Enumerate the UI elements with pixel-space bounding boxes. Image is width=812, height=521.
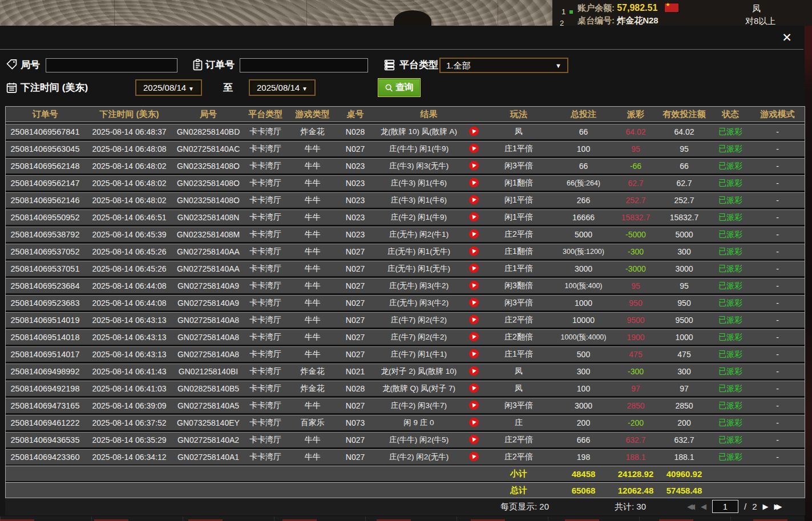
next-page-icon[interactable]: ▶ — [763, 502, 769, 511]
cell-mode: - — [750, 333, 805, 342]
play-replay-icon[interactable] — [468, 348, 479, 358]
cell-total-bet: 66 — [554, 127, 613, 136]
cell-status: 已派彩 — [710, 383, 750, 394]
cell-bet-type: 闲3翻倍 — [484, 281, 554, 291]
cell-platform: 卡卡湾厅 — [243, 127, 288, 137]
total-pages-label: 2 — [752, 502, 757, 511]
play-replay-icon[interactable] — [468, 228, 479, 239]
cell-result: 龙(散牌 Q) 凤(对子 7) — [374, 383, 464, 394]
cell-play — [464, 212, 484, 223]
cell-payout: -200 — [613, 418, 658, 427]
cell-platform: 卡卡湾厅 — [243, 452, 288, 462]
table-row: 2508140695387922025-08-14 06:45:39GN0232… — [6, 227, 805, 242]
cell-status: 已派彩 — [710, 264, 750, 274]
cell-game: 牛牛 — [288, 161, 337, 171]
table-row: 2508140695140192025-08-14 06:43:13GN0272… — [6, 312, 805, 328]
order-number-input[interactable] — [240, 58, 368, 72]
cell-total-bet: 100 — [554, 144, 613, 154]
bet-option-feng: 凤 — [752, 3, 761, 14]
cell-order: 250814069514019 — [6, 316, 84, 325]
play-replay-icon[interactable] — [468, 365, 479, 375]
cell-round: GN027258140A1 — [174, 453, 243, 462]
play-replay-icon[interactable] — [468, 143, 479, 153]
round-number-input[interactable] — [46, 58, 177, 72]
pagination-bar: 每页显示: 20 共计: 30 ◀◀ ◀ / 2 ▶ ▶▶ — [5, 498, 805, 515]
close-icon[interactable]: ✕ — [779, 30, 794, 45]
cell-total-bet: 1000(预:4000) — [554, 333, 613, 342]
cell-platform: 卡卡湾厅 — [243, 212, 288, 223]
cell-valid-bet: 300 — [658, 247, 710, 256]
play-replay-icon[interactable] — [468, 314, 479, 324]
play-replay-icon[interactable] — [468, 194, 479, 204]
cell-round: GN073258140EY — [174, 418, 243, 427]
cell-game: 牛牛 — [288, 298, 337, 308]
cell-valid-bet: 950 — [658, 298, 710, 308]
subtotal-row: 小计 48458 24128.92 40960.92 — [6, 466, 805, 481]
platform-type-select[interactable]: 1.全部 ▼ — [439, 58, 568, 73]
cell-status: 已派彩 — [710, 127, 750, 137]
date-to-picker[interactable]: 2025/08/14▼ — [249, 79, 316, 96]
cell-platform: 卡卡湾厅 — [243, 401, 288, 411]
play-replay-icon[interactable] — [468, 211, 479, 221]
cell-time: 2025-08-14 06:45:26 — [84, 247, 174, 256]
play-replay-icon[interactable] — [468, 126, 479, 136]
cell-order: 250814069473165 — [6, 401, 84, 410]
cell-result: 庄(牛牛) 闲1(牛9) — [374, 144, 464, 154]
last-page-icon[interactable]: ▶▶ — [774, 502, 782, 511]
first-page-icon[interactable]: ◀◀ — [687, 502, 695, 511]
cell-order: 250814069436535 — [6, 435, 84, 445]
cell-game: 牛牛 — [288, 401, 337, 411]
table-row: 2508140695140172025-08-14 06:43:13GN0272… — [6, 346, 805, 362]
cell-time: 2025-08-14 06:48:37 — [84, 127, 174, 136]
cell-total-bet: 100 — [554, 384, 613, 393]
cell-play — [464, 332, 484, 343]
cell-round: GN0232581408O — [174, 161, 243, 171]
cell-mode: - — [750, 161, 805, 171]
date-to-value: 2025/08/14 — [257, 83, 300, 92]
cell-play — [464, 161, 484, 172]
play-replay-icon[interactable] — [468, 177, 479, 187]
chevron-down-icon: ▼ — [555, 59, 561, 72]
cell-valid-bet: 62.7 — [658, 179, 710, 188]
cell-valid-bet: 1000 — [658, 333, 710, 342]
play-replay-icon[interactable] — [468, 245, 479, 256]
cell-time: 2025-08-14 06:35:29 — [84, 435, 174, 445]
cell-mode: - — [750, 127, 805, 136]
play-replay-icon[interactable] — [468, 417, 479, 427]
cell-status: 已派彩 — [710, 315, 750, 325]
cell-platform: 卡卡湾厅 — [243, 298, 288, 308]
play-replay-icon[interactable] — [468, 399, 479, 410]
cell-table: N028 — [337, 384, 374, 393]
page-number-input[interactable] — [712, 500, 738, 513]
play-replay-icon[interactable] — [468, 382, 479, 393]
cell-round: GN028258140BD — [174, 127, 243, 136]
table-row: 2508140695370512025-08-14 06:45:26GN0272… — [6, 261, 805, 276]
cell-result: 庄(牛2) 闲2(无牛) — [374, 452, 464, 462]
prev-page-icon[interactable]: ◀ — [701, 502, 706, 511]
play-replay-icon[interactable] — [468, 434, 479, 444]
cell-valid-bet: 2850 — [658, 401, 710, 410]
query-button[interactable]: 查询 — [378, 79, 420, 96]
date-from-picker[interactable]: 2025/08/14▼ — [135, 79, 202, 96]
table-number-value: 炸金花N28 — [617, 15, 659, 25]
cell-payout: -3000 — [613, 264, 658, 273]
cell-table: N027 — [337, 264, 374, 273]
play-replay-icon[interactable] — [468, 331, 479, 341]
play-replay-icon[interactable] — [468, 297, 479, 307]
cell-play — [464, 144, 484, 155]
table-row: 2508140695630452025-08-14 06:48:08GN0272… — [6, 141, 805, 156]
cell-bet-type: 庄1平倍 — [484, 264, 554, 274]
total-valid-bet: 57458.48 — [658, 486, 710, 495]
cell-platform: 卡卡湾厅 — [243, 315, 288, 325]
cell-payout: 950 — [613, 298, 658, 308]
cell-game: 牛牛 — [288, 144, 337, 154]
cell-game: 牛牛 — [288, 452, 337, 462]
bet-history-modal: ✕ 局号 订单号 平台类型 1.全部 ▼ 下注时间 (美东) 2 — [0, 26, 805, 516]
play-replay-icon[interactable] — [468, 280, 479, 290]
play-replay-icon[interactable] — [468, 262, 479, 273]
play-replay-icon[interactable] — [468, 160, 479, 170]
play-replay-icon[interactable] — [468, 451, 479, 461]
game-info-panel: 1 2 账户余额: 57,982.51 桌台编号: 炸金花N28 凤 对8以上 — [552, 0, 812, 26]
date-from-value: 2025/08/14 — [143, 83, 186, 92]
cell-bet-type: 凤 — [484, 127, 554, 137]
